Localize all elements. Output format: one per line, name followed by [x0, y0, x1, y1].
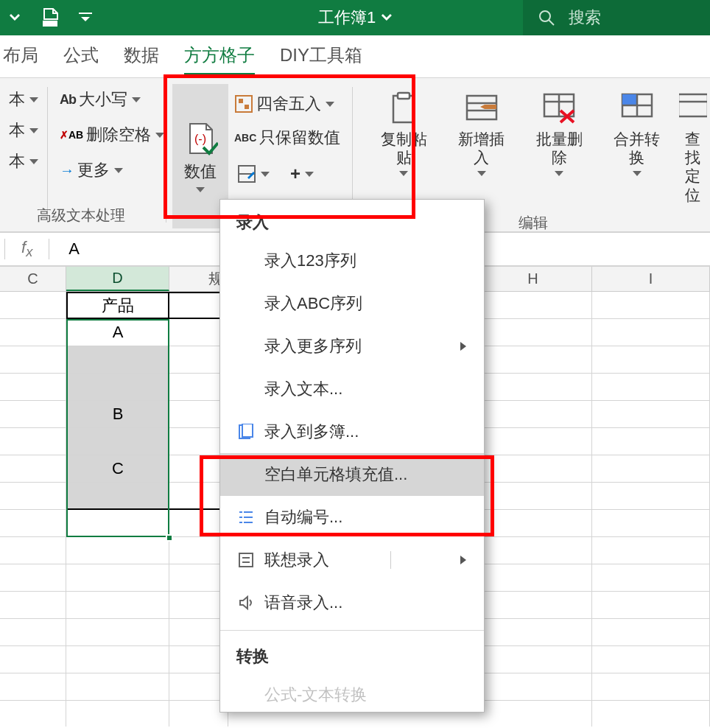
- multi-book-icon: [236, 422, 256, 441]
- find-icon: [679, 90, 707, 125]
- number-doc-icon: (-): [183, 121, 218, 156]
- col-c[interactable]: C: [0, 267, 66, 291]
- arrow-icon: →: [60, 162, 74, 179]
- workbook-name-text: 工作簿1: [318, 7, 376, 29]
- cell-a[interactable]: A: [66, 319, 169, 346]
- search-placeholder: 搜索: [569, 7, 601, 29]
- delete-icon: [541, 90, 577, 125]
- svg-rect-6: [239, 99, 243, 103]
- find-button[interactable]: 查找定位: [679, 84, 707, 210]
- cell-header-d[interactable]: 产品: [66, 292, 169, 319]
- edit-small-button[interactable]: [234, 161, 273, 187]
- list-icon: [236, 550, 256, 570]
- ben-button-2[interactable]: 本: [3, 115, 41, 146]
- svg-rect-32: [239, 553, 253, 567]
- menu-voice[interactable]: 语音录入...: [220, 581, 484, 624]
- fx-icon[interactable]: fx: [14, 238, 40, 260]
- menu-lenovo[interactable]: 联想录入: [220, 539, 484, 581]
- copy-paste-button[interactable]: 复制粘贴: [368, 84, 440, 210]
- menu-input-123[interactable]: 录入123序列: [220, 239, 484, 282]
- tab-diy[interactable]: DIY工具箱: [280, 43, 362, 77]
- menu-input-multi[interactable]: 录入到多簿...: [220, 410, 484, 453]
- batch-delete-button[interactable]: 批量删除: [523, 84, 595, 210]
- insert-button[interactable]: 新增插入: [446, 84, 518, 210]
- round-icon: [234, 94, 253, 113]
- menu-section-convert: 转换: [220, 637, 484, 673]
- plus-small-button[interactable]: +: [287, 161, 317, 187]
- cell-b[interactable]: B: [66, 401, 169, 428]
- svg-rect-7: [245, 105, 249, 109]
- ab-icon: Ab: [60, 92, 76, 108]
- fill-handle[interactable]: [166, 534, 173, 542]
- search-box[interactable]: 搜索: [523, 0, 710, 35]
- svg-text:(-): (-): [194, 133, 206, 145]
- tab-data[interactable]: 数据: [124, 43, 159, 77]
- auto-number-icon: [236, 508, 256, 527]
- chevron-right-icon: [460, 556, 466, 564]
- svg-rect-5: [236, 96, 252, 112]
- workbook-title[interactable]: 工作簿1: [318, 7, 392, 29]
- delete-spaces-button[interactable]: ✗AB 删除空格: [54, 119, 160, 150]
- formula-value[interactable]: A: [58, 239, 80, 259]
- svg-rect-22: [679, 94, 707, 116]
- menu-section-input: 录入: [220, 203, 484, 239]
- menu-auto-number[interactable]: 自动编号...: [220, 496, 484, 539]
- menu-input-text[interactable]: 录入文本...: [220, 368, 484, 410]
- col-d[interactable]: D: [66, 267, 169, 291]
- tab-formula[interactable]: 公式: [63, 43, 99, 77]
- plus-icon: +: [290, 164, 300, 184]
- quick-access-overflow[interactable]: [75, 10, 96, 25]
- menu-input-abc[interactable]: 录入ABC序列: [220, 282, 484, 325]
- edit-grid-icon: [237, 164, 256, 183]
- ben-button-1[interactable]: 本: [3, 84, 41, 115]
- merge-icon: [619, 90, 655, 125]
- keep-value-button[interactable]: ABC 只保留数值: [228, 122, 346, 153]
- menu-formula-text[interactable]: 公式-文本转换: [220, 673, 484, 709]
- ben-button-3[interactable]: 本: [3, 146, 41, 177]
- ribbon-tabs: 布局 公式 数据 方方格子 DIY工具箱: [0, 35, 710, 78]
- col-h[interactable]: H: [474, 267, 592, 291]
- more-button[interactable]: → 更多: [54, 155, 160, 186]
- svg-rect-19: [622, 94, 637, 105]
- abc-icon: ABC: [234, 132, 256, 144]
- search-icon: [538, 9, 555, 27]
- svg-rect-11: [398, 93, 410, 99]
- menu-blank-fill[interactable]: 空白单元格填充值...: [220, 453, 484, 496]
- col-i[interactable]: I: [592, 267, 710, 291]
- svg-rect-1: [79, 13, 92, 14]
- xab-icon: ✗AB: [60, 129, 83, 141]
- svg-line-3: [549, 20, 554, 25]
- round-button[interactable]: 四舍五入: [228, 88, 346, 119]
- menu-input-more[interactable]: 录入更多序列: [220, 325, 484, 368]
- tab-layout[interactable]: 布局: [3, 43, 38, 77]
- case-button[interactable]: Ab 大小写: [54, 84, 160, 115]
- chevron-right-icon: [460, 342, 466, 351]
- pdf-export-icon[interactable]: [40, 7, 60, 28]
- svg-rect-10: [393, 96, 414, 122]
- number-dropdown-menu: 录入 录入123序列 录入ABC序列 录入更多序列 录入文本... 录入到多簿.…: [219, 199, 485, 713]
- merge-convert-button[interactable]: 合并转换: [601, 84, 673, 210]
- clipboard-icon: [386, 90, 421, 125]
- text-group-label: 高级文本处理: [2, 203, 160, 228]
- insert-icon: [464, 90, 499, 125]
- speaker-icon: [236, 593, 256, 612]
- quick-access-dropdown[interactable]: [4, 10, 25, 25]
- svg-point-2: [540, 11, 550, 21]
- svg-rect-25: [242, 424, 253, 437]
- svg-rect-0: [43, 21, 57, 27]
- tab-ffgz[interactable]: 方方格子: [184, 43, 255, 77]
- cell-c[interactable]: C: [66, 455, 169, 483]
- title-bar: 工作簿1 搜索: [0, 0, 710, 35]
